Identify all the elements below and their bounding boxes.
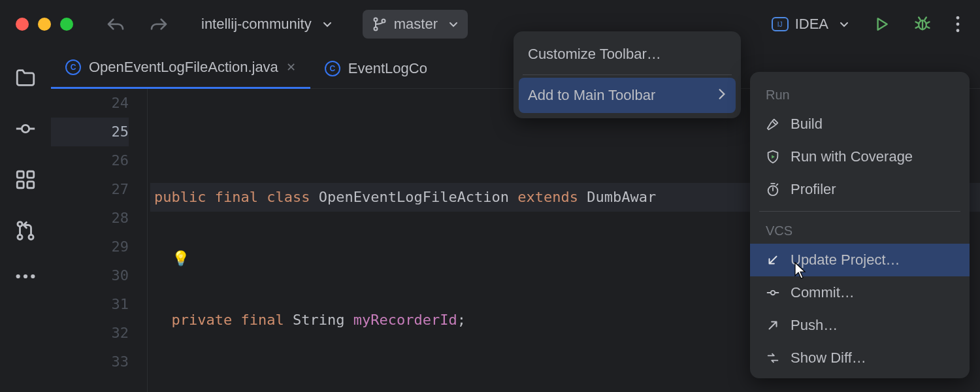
- svg-point-0: [374, 18, 377, 22]
- line-number: 32: [51, 319, 129, 348]
- action-update-project[interactable]: Update Project…: [750, 244, 970, 276]
- commit-icon: [764, 286, 781, 300]
- run-button[interactable]: [864, 10, 899, 39]
- close-window-icon[interactable]: [16, 18, 29, 31]
- branch-icon: [372, 16, 387, 32]
- tab-label: OpenEventLogFileAction.java: [89, 59, 278, 76]
- close-icon[interactable]: ✕: [286, 60, 296, 74]
- gutter: 24 25 26 27 28 29 30 31 32 33: [51, 89, 148, 392]
- line-number: 28: [51, 204, 129, 233]
- svg-rect-9: [27, 171, 34, 178]
- chevron-down-icon: [322, 19, 333, 29]
- commit-tool-icon[interactable]: [14, 118, 37, 140]
- play-icon: [873, 16, 890, 33]
- window-controls: [16, 18, 73, 31]
- svg-point-5: [956, 23, 960, 26]
- line-number: 30: [51, 261, 129, 290]
- line-number: 31: [51, 290, 129, 319]
- project-tool-icon[interactable]: [14, 67, 37, 89]
- hammer-icon: [764, 117, 781, 131]
- java-file-icon: C: [65, 59, 81, 75]
- action-commit[interactable]: Commit…: [750, 276, 970, 309]
- tab-inactive[interactable]: C EventLogCo: [310, 48, 442, 89]
- shield-play-icon: [764, 150, 781, 164]
- zoom-window-icon[interactable]: [60, 18, 73, 31]
- bug-icon: [913, 15, 932, 33]
- chevron-right-icon: [717, 87, 727, 104]
- minimize-window-icon[interactable]: [38, 18, 51, 31]
- menu-item-add-to-main-toolbar[interactable]: Add to Main Toolbar: [519, 78, 736, 113]
- toolbar-context-menu: Customize Toolbar… Add to Main Toolbar: [514, 31, 741, 118]
- pull-requests-tool-icon[interactable]: [14, 220, 37, 242]
- action-profiler[interactable]: Profiler: [750, 173, 970, 206]
- kebab-icon: [955, 16, 960, 33]
- line-number: 29: [51, 233, 129, 261]
- run-config-selector[interactable]: IJ IDEA: [762, 10, 858, 39]
- redo-button[interactable]: [140, 10, 178, 39]
- add-action-chooser: Run Build Run with Coverage Profiler VCS…: [750, 72, 970, 378]
- svg-point-6: [956, 29, 960, 32]
- branch-selector[interactable]: master: [363, 10, 468, 39]
- action-push[interactable]: Push…: [750, 309, 970, 342]
- intention-bulb-icon[interactable]: 💡: [172, 250, 189, 267]
- tab-active[interactable]: C OpenEventLogFileAction.java ✕: [51, 48, 310, 89]
- svg-point-1: [374, 27, 377, 31]
- svg-point-4: [956, 16, 960, 20]
- svg-point-15: [16, 274, 20, 278]
- undo-button[interactable]: [97, 10, 135, 39]
- arrow-up-right-icon: [764, 318, 781, 333]
- svg-point-19: [771, 291, 775, 295]
- svg-rect-8: [17, 171, 24, 178]
- action-run-coverage[interactable]: Run with Coverage: [750, 140, 970, 173]
- svg-point-17: [31, 274, 35, 278]
- line-number: 33: [51, 348, 129, 376]
- menu-separator: [759, 211, 960, 212]
- svg-point-16: [24, 274, 27, 278]
- more-tools-icon[interactable]: [14, 270, 37, 293]
- chevron-down-icon: [839, 19, 849, 29]
- svg-rect-11: [27, 182, 34, 188]
- tool-stripe-left: [0, 48, 51, 392]
- stopwatch-icon: [764, 182, 781, 197]
- tab-label: EventLogCo: [348, 60, 427, 77]
- java-file-icon: C: [325, 61, 340, 76]
- run-config-name: IDEA: [795, 16, 828, 33]
- idea-badge-icon: IJ: [772, 17, 789, 31]
- svg-point-7: [22, 125, 29, 132]
- line-number: 26: [51, 146, 129, 175]
- line-number-current: 25: [51, 118, 129, 146]
- debug-button[interactable]: [904, 10, 941, 39]
- action-build[interactable]: Build: [750, 108, 970, 140]
- svg-rect-10: [17, 182, 24, 188]
- action-show-diff[interactable]: Show Diff…: [750, 342, 970, 374]
- project-name: intellij-community: [201, 16, 312, 33]
- menu-separator: [523, 74, 732, 75]
- structure-tool-icon[interactable]: [14, 169, 37, 191]
- chevron-down-icon: [448, 19, 459, 29]
- more-button[interactable]: [946, 10, 970, 39]
- section-header-run: Run: [750, 81, 970, 108]
- diff-arrows-icon: [764, 351, 781, 365]
- section-header-vcs: VCS: [750, 217, 970, 244]
- line-number: 24: [51, 89, 129, 118]
- branch-name: master: [394, 16, 438, 33]
- menu-item-customize-toolbar[interactable]: Customize Toolbar…: [514, 37, 741, 72]
- titlebar: intellij-community master IJ IDEA: [0, 0, 980, 48]
- project-selector[interactable]: intellij-community: [192, 10, 342, 39]
- arrow-down-left-icon: [764, 253, 781, 267]
- line-number: 27: [51, 175, 129, 204]
